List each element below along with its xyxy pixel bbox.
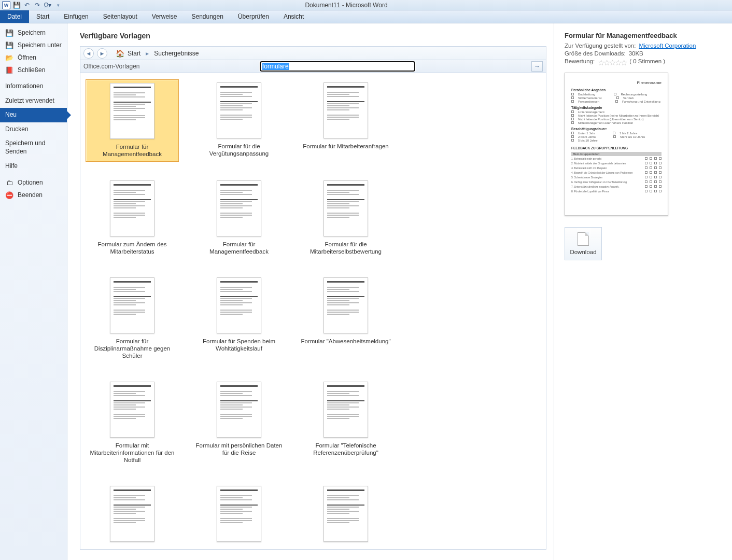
template-search-input[interactable] xyxy=(260,61,415,72)
template-preview-thumbnail: Firmenname Persönliche Angaben Buchhaltu… xyxy=(565,73,668,216)
template-card-label: Formular für die Vergütungsanpassung xyxy=(192,143,286,158)
ribbon-tabs: Datei Start Einfügen Seitenlayout Verwei… xyxy=(0,10,732,23)
sidebar-item-save-send[interactable]: Speichern und Senden xyxy=(0,136,67,159)
tab-insert[interactable]: Einfügen xyxy=(57,10,95,23)
rating-stars-icon: ☆☆☆☆☆ xyxy=(598,58,626,67)
download-label: Download xyxy=(570,249,596,255)
sidebar-item-exit[interactable]: ⛔Beenden xyxy=(0,189,67,201)
tab-start[interactable]: Start xyxy=(29,10,57,23)
template-card-label: Formular für Managementfeedback xyxy=(192,241,286,256)
save-icon[interactable]: 💾 xyxy=(12,1,21,9)
save-icon: 💾 xyxy=(5,29,13,37)
template-card-label: Formular für Mitarbeiteranfragen xyxy=(299,143,392,150)
template-card[interactable] xyxy=(192,483,286,549)
template-thumbnail xyxy=(110,180,154,236)
template-card-label: Formular für Managementfeedback xyxy=(86,143,178,158)
template-card[interactable]: Formular mit persönlichen Daten für die … xyxy=(192,379,286,467)
rating-label: Bewertung: xyxy=(565,58,595,67)
sidebar-item-label: Beenden xyxy=(18,191,43,199)
omega-icon[interactable]: Ω▾ xyxy=(44,1,52,9)
template-card[interactable]: Formular "Abwesenheitsmeldung" xyxy=(299,274,392,363)
breadcrumb-results[interactable]: Suchergebnisse xyxy=(154,50,199,57)
word-app-icon: W xyxy=(2,1,10,9)
template-card[interactable]: Formular für Managementfeedback xyxy=(86,79,179,162)
doc-company: Firmenname xyxy=(571,80,661,85)
template-card[interactable]: Formular für die Mitarbeiterselbstbewert… xyxy=(299,177,392,259)
tab-file[interactable]: Datei xyxy=(0,10,29,23)
sidebar-item-save[interactable]: 💾Speichern xyxy=(0,26,67,39)
breadcrumb-home[interactable]: Start xyxy=(128,50,140,57)
preview-provider: Zur Verfügung gestellt von: Microsoft Co… xyxy=(565,43,722,49)
template-card[interactable]: Formular für Disziplinarmaßnahme gegen S… xyxy=(86,274,179,363)
template-card[interactable]: Formular für die Vergütungsanpassung xyxy=(192,79,286,162)
template-card[interactable]: Formular für Spenden beim Wohltätigkeits… xyxy=(192,274,286,363)
sidebar-item-recent[interactable]: Zuletzt verwendet xyxy=(0,94,67,108)
gallery-heading: Verfügbare Vorlagen xyxy=(80,32,546,40)
download-button[interactable]: Download xyxy=(565,227,602,260)
nav-back-icon[interactable]: ◄ xyxy=(83,48,94,59)
provider-label: Zur Verfügung gestellt von: xyxy=(565,43,636,49)
template-thumbnail xyxy=(217,180,261,236)
preview-title: Formular für Managementfeedback xyxy=(565,32,722,39)
folder-open-icon: 📂 xyxy=(5,53,13,62)
doc-section3: Beschäftigungsdauer: xyxy=(571,127,661,131)
provider-link[interactable]: Microsoft Corporation xyxy=(639,43,696,49)
sidebar-item-info[interactable]: Informationen xyxy=(0,79,67,94)
tab-references[interactable]: Verweise xyxy=(145,10,185,23)
tab-mailings[interactable]: Sendungen xyxy=(184,10,230,23)
sidebar-item-label: Speichern xyxy=(18,29,46,36)
template-thumbnail xyxy=(217,486,261,542)
sidebar-item-save-as[interactable]: 💾Speichern unter xyxy=(0,39,67,51)
sidebar-item-label: Öffnen xyxy=(18,54,36,61)
sidebar-item-label: Schließen xyxy=(18,66,45,74)
options-icon: 🗀 xyxy=(5,178,13,187)
nav-forward-icon[interactable]: ► xyxy=(97,48,107,59)
sidebar-item-print[interactable]: Drucken xyxy=(0,122,67,137)
template-card[interactable] xyxy=(299,483,392,549)
template-card-label: Formular zum Ändern des Mitarbeiterstatu… xyxy=(86,241,179,256)
template-card[interactable]: Formular für Mitarbeiteranfragen xyxy=(299,79,392,162)
preview-size: Größe des Downloads: 30KB xyxy=(565,50,722,57)
rating-count: ( 0 Stimmen ) xyxy=(629,58,665,67)
tab-pagelayout[interactable]: Seitenlayout xyxy=(96,10,145,23)
undo-icon[interactable]: ↶ xyxy=(23,1,31,9)
qat-customize-icon[interactable]: ▾ xyxy=(54,1,62,9)
template-card-label: Formular für Disziplinarmaßnahme gegen S… xyxy=(86,338,179,360)
template-card[interactable]: Formular zum Ändern des Mitarbeiterstatu… xyxy=(86,177,179,259)
home-icon[interactable]: 🏠 xyxy=(116,49,124,58)
sidebar-item-help[interactable]: Hilfe xyxy=(0,159,67,174)
size-label: Größe des Downloads: xyxy=(565,50,626,57)
template-thumbnail xyxy=(323,382,368,438)
template-results-scroll[interactable]: Formular für ManagementfeedbackFormular … xyxy=(80,73,546,550)
chevron-right-icon: ▸ xyxy=(144,50,151,57)
template-thumbnail xyxy=(110,382,154,438)
template-thumbnail xyxy=(217,382,261,438)
template-card[interactable]: Formular "Telefonische Referenzenüberprü… xyxy=(299,379,392,467)
sidebar-item-options[interactable]: 🗀Optionen xyxy=(0,176,67,189)
template-card[interactable]: Formular mit Mitarbeiterinformationen fü… xyxy=(86,379,179,467)
size-value: 30KB xyxy=(629,50,643,57)
template-thumbnail xyxy=(110,277,154,333)
sidebar-item-new[interactable]: Neu xyxy=(0,108,67,122)
close-doc-icon: 📕 xyxy=(5,66,13,74)
template-card-label: Formular mit persönlichen Daten für die … xyxy=(192,442,286,457)
redo-icon[interactable]: ↷ xyxy=(33,1,41,9)
tab-view[interactable]: Ansicht xyxy=(276,10,311,23)
template-preview-panel: Formular für Managementfeedback Zur Verf… xyxy=(554,23,732,560)
template-gallery: Verfügbare Vorlagen ◄ ► 🏠 Start ▸ Sucher… xyxy=(67,23,554,560)
tab-review[interactable]: Überprüfen xyxy=(231,10,276,23)
template-grid: Formular für ManagementfeedbackFormular … xyxy=(80,79,543,549)
template-card[interactable]: Formular für Managementfeedback xyxy=(192,177,286,259)
quick-access-toolbar: W 💾 ↶ ↷ Ω▾ ▾ xyxy=(0,1,64,9)
search-go-button[interactable]: → xyxy=(531,61,543,72)
template-thumbnail xyxy=(217,82,261,138)
template-card[interactable] xyxy=(86,483,179,549)
template-thumbnail xyxy=(323,180,368,236)
sidebar-item-open[interactable]: 📂Öffnen xyxy=(0,51,67,64)
doc-col-header: Mein Gruppenleiter: xyxy=(573,152,600,156)
title-bar: W 💾 ↶ ↷ Ω▾ ▾ Dokument11 - Microsoft Word xyxy=(0,0,732,10)
backstage-content: Verfügbare Vorlagen ◄ ► 🏠 Start ▸ Sucher… xyxy=(67,23,732,560)
sidebar-item-close[interactable]: 📕Schließen xyxy=(0,64,67,76)
template-card-label: Formular für Spenden beim Wohltätigkeits… xyxy=(192,338,286,353)
template-card-label: Formular für die Mitarbeiterselbstbewert… xyxy=(299,241,392,256)
